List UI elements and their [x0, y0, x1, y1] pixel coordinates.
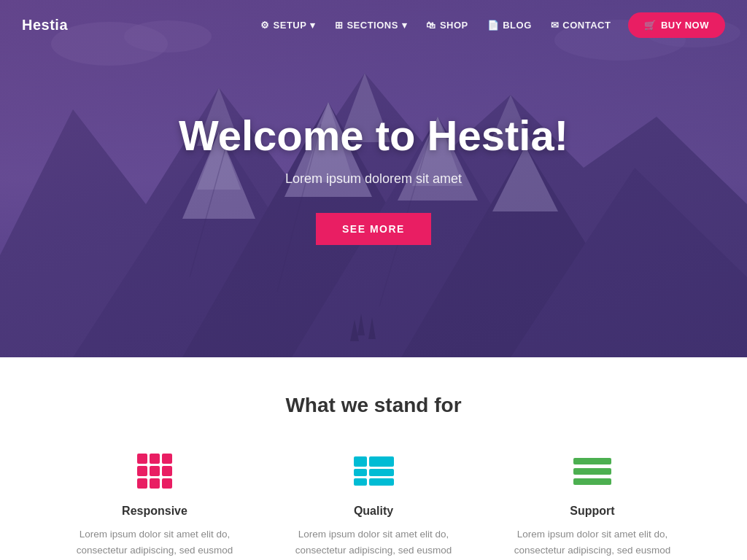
- nav-links: ⚙ SETUP ▾ ⊞ SECTIONS ▾ 🛍 SHOP 📄 BLOG ✉ C…: [253, 12, 725, 38]
- support-icon: [505, 449, 680, 493]
- lines-icon-support: [573, 458, 611, 485]
- feature-quality-name: Quality: [286, 505, 461, 518]
- hero-section: Welcome to Hestia! Lorem ipsum dolorem s…: [0, 0, 747, 357]
- envelope-icon: ✉: [551, 20, 560, 31]
- nav-sections[interactable]: ⊞ SECTIONS ▾: [328, 15, 414, 35]
- hero-content: Welcome to Hestia! Lorem ipsum dolorem s…: [164, 112, 583, 246]
- gear-icon: ⚙: [260, 20, 270, 31]
- feature-responsive-name: Responsive: [67, 505, 242, 518]
- feature-responsive-desc: Lorem ipsum dolor sit amet elit do, cons…: [67, 526, 242, 560]
- buy-now-button[interactable]: 🛒 BUY NOW: [628, 12, 725, 38]
- grid-icon: ⊞: [335, 20, 344, 31]
- chevron-down-icon: ▾: [310, 20, 316, 31]
- chevron-down-icon: ▾: [402, 20, 408, 31]
- grid-icon-responsive: [137, 454, 172, 489]
- see-more-button[interactable]: SEE MORE: [316, 213, 431, 245]
- features-section: What we stand for Responsive Lorem ipsum…: [0, 357, 747, 560]
- quality-icon: [286, 449, 461, 493]
- nav-setup[interactable]: ⚙ SETUP ▾: [253, 15, 323, 35]
- bag-icon: 🛍: [426, 20, 436, 31]
- responsive-icon: [67, 449, 242, 493]
- features-title: What we stand for: [29, 394, 718, 417]
- feature-responsive: Responsive Lorem ipsum dolor sit amet el…: [45, 449, 264, 560]
- feature-quality: Quality Lorem ipsum dolor sit amet elit …: [264, 449, 483, 560]
- feature-support: Support Lorem ipsum dolor sit amet elit …: [483, 449, 702, 560]
- table-icon-quality: [354, 456, 394, 486]
- hero-title: Welcome to Hestia!: [179, 112, 568, 159]
- nav-shop[interactable]: 🛍 SHOP: [419, 15, 475, 35]
- nav-contact[interactable]: ✉ CONTACT: [543, 15, 619, 35]
- feature-quality-desc: Lorem ipsum dolor sit amet elit do, cons…: [286, 526, 461, 560]
- nav-blog[interactable]: 📄 BLOG: [480, 15, 539, 35]
- feature-support-name: Support: [505, 505, 680, 518]
- features-grid: Responsive Lorem ipsum dolor sit amet el…: [45, 449, 702, 560]
- feature-support-desc: Lorem ipsum dolor sit amet elit do, cons…: [505, 526, 680, 560]
- file-icon: 📄: [487, 20, 500, 31]
- hero-subtitle: Lorem ipsum dolorem sit amet: [179, 171, 568, 187]
- cart-icon: 🛒: [644, 20, 657, 31]
- brand-logo[interactable]: Hestia: [22, 17, 68, 34]
- navbar: Hestia ⚙ SETUP ▾ ⊞ SECTIONS ▾ 🛍 SHOP 📄 B…: [0, 0, 747, 50]
